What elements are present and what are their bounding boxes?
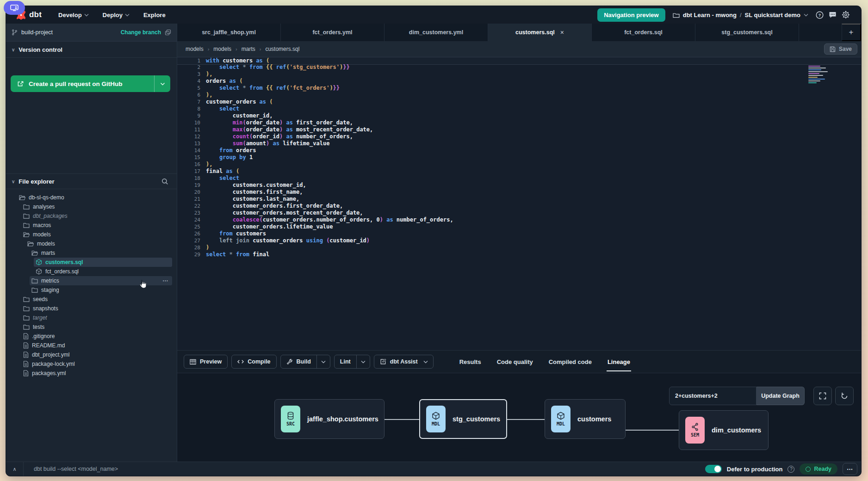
lineage-node-dim_customers[interactable]: SEMdim_customers xyxy=(679,410,769,450)
file-explorer-header[interactable]: ∨ File explorer xyxy=(6,173,177,189)
code-line-22[interactable]: 22 customer_orders.first_order_date, xyxy=(177,203,861,210)
code-line-28[interactable]: 28) xyxy=(177,244,861,251)
code-line-8[interactable]: 8 select xyxy=(177,105,861,112)
tree-item-tests[interactable]: tests xyxy=(21,322,172,332)
code-line-4[interactable]: 4orders as ( xyxy=(177,78,861,85)
screen-share-badge[interactable] xyxy=(4,1,25,15)
create-pull-request-button[interactable]: Create a pull request on GitHub xyxy=(11,75,170,92)
code-line-11[interactable]: 11 max(order_date) as most_recent_order_… xyxy=(177,126,861,133)
code-line-7[interactable]: 7customer_orders as ( xyxy=(177,99,861,105)
new-tab-button[interactable]: + xyxy=(842,24,861,41)
code-editor[interactable]: 1with customers as (2 select * from {{ r… xyxy=(177,57,861,350)
tree-item-dbt_packages[interactable]: dbt_packages xyxy=(21,211,172,221)
pr-dropdown-toggle[interactable] xyxy=(154,75,170,92)
code-line-29[interactable]: 29select * from final xyxy=(177,251,861,258)
tree-item-marts[interactable]: marts xyxy=(30,248,172,258)
code-line-21[interactable]: 21 customers.last_name, xyxy=(177,196,861,203)
tab-fct_orders.sql[interactable]: fct_orders.sql xyxy=(592,24,695,41)
tree-item-models[interactable]: models xyxy=(25,239,172,248)
version-control-header[interactable]: ∨ Version control xyxy=(6,42,177,58)
code-line-17[interactable]: 17final as ( xyxy=(177,168,861,175)
tree-item-package-lock.yml[interactable]: package-lock.yml xyxy=(21,359,172,369)
code-line-10[interactable]: 10 min(order_date) as first_order_date, xyxy=(177,119,861,126)
tab-src_jaffle_shop.yml[interactable]: src_jaffle_shop.yml xyxy=(177,24,281,41)
tree-item-analyses[interactable]: analyses xyxy=(21,202,172,211)
menu-explore[interactable]: Explore xyxy=(143,12,166,18)
defer-toggle[interactable] xyxy=(705,465,722,473)
tab-close-button[interactable]: × xyxy=(559,29,564,36)
navigation-preview-button[interactable]: Navigation preview xyxy=(597,8,665,22)
code-line-18[interactable]: 18 select xyxy=(177,175,861,182)
tree-item-menu-button[interactable]: ⋯ xyxy=(162,278,168,284)
tab-customers.sql[interactable]: customers.sql× xyxy=(488,24,592,41)
code-line-16[interactable]: 16), xyxy=(177,161,861,168)
code-line-12[interactable]: 12 count(order_id) as number_of_orders, xyxy=(177,133,861,140)
command-bar-expand-button[interactable]: ∧ xyxy=(6,462,24,476)
build-dropdown-toggle[interactable] xyxy=(316,355,330,368)
menu-deploy[interactable]: Deploy xyxy=(103,12,130,18)
account-name[interactable]: dbt Learn - mwong xyxy=(683,12,737,18)
code-line-24[interactable]: 24 coalesce(customer_orders.number_of_or… xyxy=(177,216,861,223)
breadcrumb-item[interactable]: marts xyxy=(242,46,255,52)
tree-item-seeds[interactable]: seeds xyxy=(21,295,172,304)
code-line-20[interactable]: 20 customers.first_name, xyxy=(177,189,861,196)
feedback-button[interactable] xyxy=(829,11,837,18)
settings-button[interactable] xyxy=(842,11,850,19)
tab-stg_customers.sql[interactable]: stg_customers.sql xyxy=(695,24,799,41)
more-options-button[interactable]: ⋯ xyxy=(843,463,857,475)
code-line-26[interactable]: 26 from customers xyxy=(177,230,861,237)
code-line-19[interactable]: 19 customers.customer_id, xyxy=(177,182,861,189)
preview-button[interactable]: Preview xyxy=(184,355,228,369)
tree-item-.gitignore[interactable]: .gitignore xyxy=(21,332,172,341)
lineage-fullscreen-button[interactable] xyxy=(813,387,832,405)
tree-item-staging[interactable]: staging xyxy=(30,285,172,295)
code-line-15[interactable]: 15 group by 1 xyxy=(177,154,861,161)
file-search-button[interactable] xyxy=(159,178,171,185)
defer-help-icon[interactable]: ? xyxy=(787,466,794,473)
lineage-node-customers[interactable]: MDLcustomers xyxy=(545,399,626,439)
panel-tab-results[interactable]: Results xyxy=(459,352,482,372)
tab-fct_orders.yml[interactable]: fct_orders.yml xyxy=(281,24,384,41)
panel-tab-lineage[interactable]: Lineage xyxy=(607,352,631,372)
lint-dropdown-toggle[interactable] xyxy=(356,355,370,368)
save-button[interactable]: Save xyxy=(824,43,857,55)
lineage-refresh-button[interactable] xyxy=(835,387,854,405)
code-line-14[interactable]: 14 from orders xyxy=(177,147,861,154)
breadcrumb-item[interactable]: customers.sql xyxy=(265,46,299,52)
panel-tab-code-quality[interactable]: Code quality xyxy=(496,352,534,372)
tree-item-macros[interactable]: macros xyxy=(21,221,172,230)
lineage-selector-input[interactable]: 2+customers+2 xyxy=(669,387,756,405)
tree-item-dbt_project.yml[interactable]: dbt_project.yml xyxy=(21,350,172,359)
tree-item-db-sl-qs-demo[interactable]: db-sl-qs-demo xyxy=(17,193,172,202)
command-input[interactable]: dbt build --select <model_name> xyxy=(34,466,118,472)
code-line-2[interactable]: 2 select * from {{ ref('stg_customers')}… xyxy=(177,64,861,71)
code-line-9[interactable]: 9 customer_id, xyxy=(177,112,861,119)
lineage-node-jaffle_shop.customers[interactable]: SRCjaffle_shop.customers xyxy=(274,399,384,439)
project-breadcrumb[interactable]: dbt Learn - mwong / SL quickstart demo xyxy=(673,12,808,18)
tab-dim_customers.yml[interactable]: dim_customers.yml xyxy=(384,24,488,41)
code-line-13[interactable]: 13 sum(amount) as lifetime_value xyxy=(177,140,861,147)
copy-icon[interactable] xyxy=(165,29,171,36)
compile-button[interactable]: Compile xyxy=(231,355,276,369)
change-branch-button[interactable]: Change branch xyxy=(121,29,161,36)
tree-item-models[interactable]: models xyxy=(21,230,172,239)
lineage-node-stg_customers[interactable]: MDLstg_customers xyxy=(419,399,507,439)
help-button[interactable]: ? xyxy=(816,11,824,19)
code-line-25[interactable]: 25 customer_orders.lifetime_value xyxy=(177,223,861,230)
breadcrumb-item[interactable]: models xyxy=(186,46,204,52)
lineage-canvas[interactable]: SRCjaffle_shop.customersMDLstg_customers… xyxy=(177,373,861,462)
tree-item-fct_orders.sql[interactable]: fct_orders.sql xyxy=(34,267,172,276)
tree-item-README.md[interactable]: README.md xyxy=(21,341,172,350)
tree-item-metrics[interactable]: metrics⋯ xyxy=(30,276,172,285)
update-graph-button[interactable]: Update Graph xyxy=(756,387,805,405)
code-line-27[interactable]: 27 left join customer_orders using (cust… xyxy=(177,237,861,244)
menu-develop[interactable]: Develop xyxy=(58,12,89,18)
code-line-6[interactable]: 6), xyxy=(177,92,861,99)
code-line-23[interactable]: 23 customer_orders.most_recent_order_dat… xyxy=(177,210,861,216)
panel-tab-compiled-code[interactable]: Compiled code xyxy=(548,352,593,372)
tree-item-packages.yml[interactable]: packages.yml xyxy=(21,369,172,378)
tree-item-snapshots[interactable]: snapshots xyxy=(21,304,172,313)
code-line-3[interactable]: 3), xyxy=(177,71,861,78)
tree-item-customers.sql[interactable]: customers.sql xyxy=(34,258,172,267)
build-button[interactable]: Build xyxy=(280,355,330,369)
